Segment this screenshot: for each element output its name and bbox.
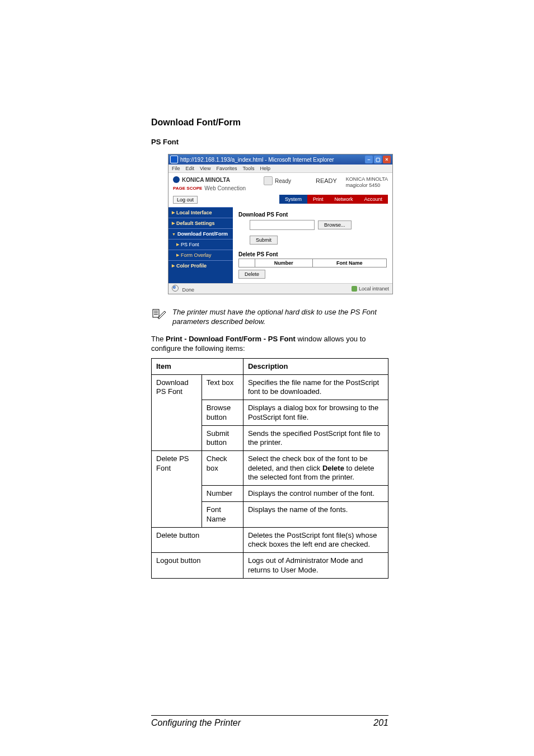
printer-status-icon <box>264 176 273 185</box>
note-icon <box>152 308 167 320</box>
cell-description: Select the check box of the font to be d… <box>243 451 388 486</box>
cell-description: Deletes the PostScript font file(s) whos… <box>243 527 388 553</box>
sidebar-item-ps-font[interactable]: ▶ PS Font <box>168 239 233 250</box>
sidebar-item-label: Color Profile <box>176 263 207 269</box>
cell-group: Logout button <box>152 553 243 579</box>
browser-menubar: File Edit View Favorites Tools Help <box>168 165 392 173</box>
sidebar-item-label: PS Font <box>181 242 199 247</box>
submit-button[interactable]: Submit <box>250 236 278 245</box>
cell-control: Check box <box>202 451 243 486</box>
cell-control: Submit button <box>202 425 243 451</box>
triangle-right-icon: ▶ <box>176 242 179 247</box>
statusbar-zone-text: Local intranet <box>359 286 389 292</box>
logout-button[interactable]: Log out <box>173 196 198 204</box>
brand-mark-icon <box>173 176 180 183</box>
brand-logo: KONICA MINOLTA <box>173 176 246 183</box>
download-ps-font-heading: Download PS Font <box>238 212 387 218</box>
cell-description: Sends the specified PostScript font file… <box>243 425 388 451</box>
menu-tools[interactable]: Tools <box>242 166 254 171</box>
cell-description: Displays the name of the fonts. <box>243 502 388 528</box>
footer-pagenum: 201 <box>373 718 388 728</box>
page-icon: e <box>172 285 179 292</box>
table-row: Delete PS Font Check box Select the chec… <box>152 451 388 486</box>
sidebar-item-default-settings[interactable]: ▶ Default Settings <box>168 218 233 228</box>
ie-icon <box>170 156 178 163</box>
status-label: Ready <box>275 178 291 184</box>
sidebar-item-local-interface[interactable]: ▶ Local Interface <box>168 207 233 218</box>
section-subheading: PS Font <box>151 138 388 146</box>
window-titlebar: http://192.168.1.193/a_index.html - Micr… <box>168 154 392 165</box>
svg-rect-0 <box>153 309 159 317</box>
cell-group: Download PS Font <box>152 374 202 451</box>
table-row: Logout button Logs out of Administrator … <box>152 553 388 579</box>
tab-system[interactable]: System <box>279 195 307 204</box>
font-table-check-col <box>239 259 255 267</box>
page-footer: Configuring the Printer 201 <box>151 715 388 728</box>
security-zone-icon <box>352 286 357 292</box>
model-label: KONICA MINOLTA magicolor 5450 <box>346 176 388 189</box>
sidebar-item-label: Download Font/Form <box>177 231 228 237</box>
cell-group: Delete PS Font <box>152 451 202 528</box>
cell-description: Displays the control number of the font. <box>243 486 388 502</box>
sidebar-item-form-overlay[interactable]: ▶ Form Overlay <box>168 250 233 260</box>
triangle-right-icon: ▶ <box>172 221 175 226</box>
table-row: Delete button Deletes the PostScript fon… <box>152 527 388 553</box>
footer-title: Configuring the Printer <box>151 718 241 728</box>
section-heading: Download Font/Form <box>151 118 388 128</box>
cell-group: Delete button <box>152 527 243 553</box>
font-table-header-number: Number <box>255 259 313 267</box>
triangle-right-icon: ▶ <box>176 253 179 257</box>
cell-control: Browse button <box>202 400 243 426</box>
cell-description: Specifies the file name for the PostScri… <box>243 374 388 400</box>
note-text: The printer must have the optional hard … <box>172 308 388 327</box>
menu-edit[interactable]: Edit <box>186 166 195 171</box>
parameters-table: Item Description Download PS Font Text b… <box>151 358 388 579</box>
cell-control: Font Name <box>202 502 243 528</box>
browse-button[interactable]: Browse... <box>318 220 352 229</box>
statusbar-zone: Local intranet <box>352 286 389 292</box>
table-head-item: Item <box>152 358 243 374</box>
intro-paragraph: The Print - Download Font/Form - PS Font… <box>151 335 388 354</box>
cell-control: Text box <box>202 374 243 400</box>
font-table: Number Font Name <box>238 259 387 267</box>
tab-print[interactable]: Print <box>307 195 329 204</box>
model-line1: KONICA MINOLTA <box>346 176 388 182</box>
tab-network[interactable]: Network <box>329 195 358 204</box>
triangle-right-icon: ▶ <box>172 210 175 215</box>
triangle-right-icon: ▶ <box>172 264 175 268</box>
delete-button[interactable]: Delete <box>238 270 265 279</box>
window-title: http://192.168.1.193/a_index.html - Micr… <box>180 157 334 163</box>
sidebar-item-color-profile[interactable]: ▶ Color Profile <box>168 260 233 271</box>
intro-text-bold: Print - Download Font/Form - PS Font <box>166 335 296 343</box>
minimize-button[interactable]: – <box>365 156 373 163</box>
model-line2: magicolor 5450 <box>346 182 388 189</box>
menu-help[interactable]: Help <box>260 166 270 171</box>
sidebar-item-label: Local Interface <box>176 210 212 215</box>
subbrand-text: Web Connection <box>204 185 246 191</box>
status-big-text: READY <box>316 177 337 184</box>
subbrand-logo: PAGE SCOPE Web Connection <box>173 185 246 191</box>
brand-text: KONICA MINOLTA <box>182 177 230 183</box>
close-button[interactable]: × <box>383 156 391 163</box>
font-filename-input[interactable] <box>250 220 315 230</box>
cell-description: Logs out of Administrator Mode and retur… <box>243 553 388 579</box>
maximize-button[interactable]: ▢ <box>374 156 382 163</box>
sidebar-item-download-fontform[interactable]: ▼ Download Font/Form <box>168 228 233 239</box>
note-block: The printer must have the optional hard … <box>152 308 388 327</box>
menu-favorites[interactable]: Favorites <box>216 166 237 171</box>
menu-view[interactable]: View <box>200 166 210 171</box>
statusbar-done: e Done <box>172 285 194 293</box>
embedded-screenshot: http://192.168.1.193/a_index.html - Micr… <box>168 154 393 294</box>
table-head-description: Description <box>243 358 388 374</box>
sidebar: ▶ Local Interface ▶ Default Settings ▼ D… <box>168 207 233 283</box>
triangle-down-icon: ▼ <box>172 232 176 236</box>
sidebar-item-label: Default Settings <box>176 220 215 226</box>
tab-account[interactable]: Account <box>358 195 388 204</box>
menu-file[interactable]: File <box>172 166 180 171</box>
desc-bold: Delete <box>322 464 344 472</box>
statusbar-done-text: Done <box>182 287 195 293</box>
cell-description: Displays a dialog box for browsing to th… <box>243 400 388 426</box>
subbrand-prefix: PAGE SCOPE <box>173 186 202 191</box>
font-table-header-fontname: Font Name <box>312 259 386 267</box>
cell-control: Number <box>202 486 243 502</box>
